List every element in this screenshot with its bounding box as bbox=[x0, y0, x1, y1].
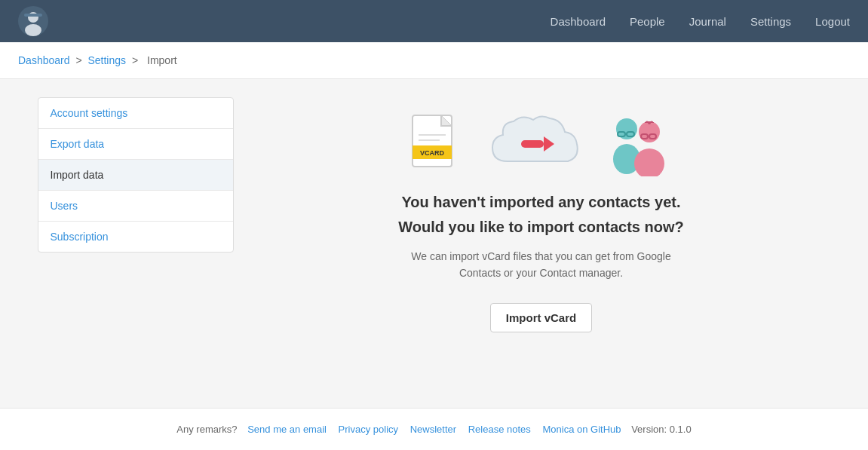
footer-any-remarks: Any remarks? bbox=[176, 424, 237, 435]
app-logo[interactable] bbox=[18, 6, 48, 36]
svg-point-2 bbox=[25, 24, 41, 36]
svg-point-16 bbox=[639, 121, 660, 142]
nav-settings-link[interactable]: Settings bbox=[750, 15, 791, 28]
footer-github-link[interactable]: Monica on GitHub bbox=[542, 424, 621, 435]
svg-text:VCARD: VCARD bbox=[419, 149, 444, 157]
account-settings-link[interactable]: Account settings bbox=[51, 107, 128, 119]
footer: Any remarks? Send me an email Privacy po… bbox=[0, 408, 868, 450]
sidebar-item-account-settings[interactable]: Account settings bbox=[38, 98, 233, 129]
sidebar-menu: Account settings Export data Import data… bbox=[38, 97, 234, 253]
breadcrumb-current: Import bbox=[147, 54, 177, 66]
vcard-icon: VCARD bbox=[409, 112, 462, 173]
users-link[interactable]: Users bbox=[51, 200, 78, 212]
empty-title: You haven't imported any contacts yet. bbox=[401, 194, 680, 211]
breadcrumb: Dashboard > Settings > Import bbox=[0, 42, 868, 79]
import-vcard-button[interactable]: Import vCard bbox=[490, 303, 592, 332]
sidebar-item-subscription[interactable]: Subscription bbox=[38, 222, 233, 252]
sidebar-item-import-data[interactable]: Import data bbox=[38, 160, 233, 191]
main-content: VCARD bbox=[252, 97, 831, 332]
nav-journal-link[interactable]: Journal bbox=[689, 15, 726, 28]
empty-subtitle: Would you like to import contacts now? bbox=[398, 219, 684, 236]
footer-newsletter-link[interactable]: Newsletter bbox=[410, 424, 456, 435]
contacts-icon bbox=[598, 112, 673, 173]
footer-send-email-link[interactable]: Send me an email bbox=[247, 424, 327, 435]
footer-release-notes-link[interactable]: Release notes bbox=[468, 424, 531, 435]
navbar: Dashboard People Journal Settings Logout bbox=[0, 0, 868, 42]
footer-version: Version: 0.1.0 bbox=[631, 424, 692, 435]
subscription-link[interactable]: Subscription bbox=[51, 231, 109, 243]
breadcrumb-settings[interactable]: Settings bbox=[87, 54, 126, 66]
nav-people-link[interactable]: People bbox=[630, 15, 665, 28]
sidebar: Account settings Export data Import data… bbox=[38, 97, 234, 332]
export-data-link[interactable]: Export data bbox=[51, 138, 105, 150]
page-layout: Account settings Export data Import data… bbox=[20, 97, 849, 332]
import-data-label: Import data bbox=[51, 169, 104, 181]
sidebar-item-export-data[interactable]: Export data bbox=[38, 129, 233, 160]
cloud-import-icon bbox=[485, 112, 575, 173]
breadcrumb-dashboard[interactable]: Dashboard bbox=[18, 54, 70, 66]
empty-description: We can import vCard files that you can g… bbox=[391, 248, 692, 282]
svg-rect-3 bbox=[24, 14, 42, 17]
illustration-area: VCARD bbox=[409, 112, 673, 173]
svg-point-17 bbox=[648, 121, 651, 124]
sidebar-item-users[interactable]: Users bbox=[38, 191, 233, 222]
footer-privacy-policy-link[interactable]: Privacy policy bbox=[339, 424, 398, 435]
breadcrumb-sep1: > bbox=[75, 54, 84, 66]
nav-dashboard-link[interactable]: Dashboard bbox=[551, 15, 606, 28]
breadcrumb-sep2: > bbox=[132, 54, 141, 66]
svg-rect-9 bbox=[521, 140, 544, 148]
nav-logout-link[interactable]: Logout bbox=[815, 15, 850, 28]
nav-links: Dashboard People Journal Settings Logout bbox=[551, 15, 850, 28]
